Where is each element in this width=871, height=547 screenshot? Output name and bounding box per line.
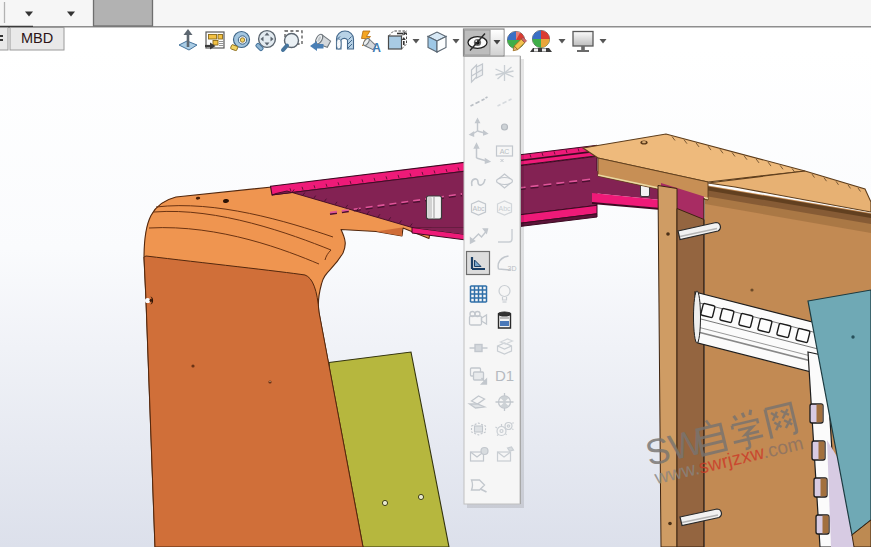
svg-text:3D: 3D <box>508 265 517 272</box>
svg-text:D1: D1 <box>495 367 514 384</box>
svg-text:MBD: MBD <box>21 30 53 46</box>
svg-text:Abc: Abc <box>472 205 485 212</box>
svg-text:Abc: Abc <box>498 205 511 212</box>
svg-text:A: A <box>372 41 381 55</box>
svg-text:AC: AC <box>500 148 510 155</box>
